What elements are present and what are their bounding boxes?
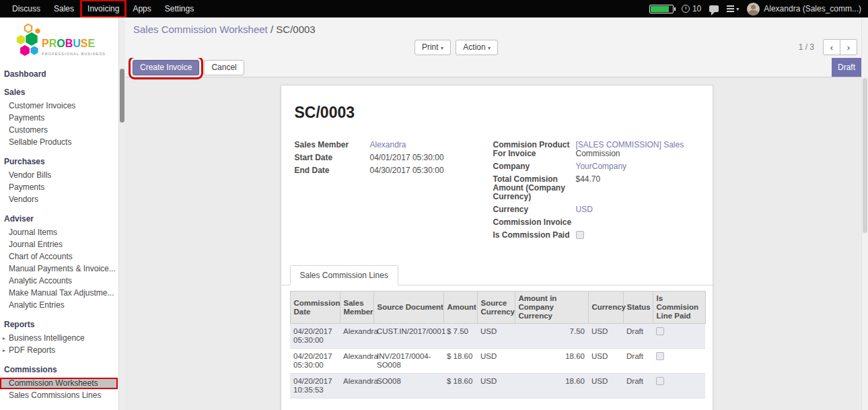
breadcrumb-parent[interactable]: Sales Commission Worksheet xyxy=(133,24,268,35)
sidebar-item-sales-commissions-lines[interactable]: Sales Commissions Lines xyxy=(0,390,118,401)
form-sheet: SC/0003 Sales Member Alexandra Start Dat… xyxy=(281,85,713,410)
sidebar-section-purchases: Purchases xyxy=(0,157,118,166)
header-status[interactable]: Status xyxy=(623,292,653,324)
timer-indicator[interactable]: 10 xyxy=(682,4,701,13)
print-button[interactable]: Print ▾ xyxy=(414,40,451,55)
menu-invoicing[interactable]: Invoicing xyxy=(81,0,126,18)
currency-link[interactable]: USD xyxy=(576,205,690,214)
sidebar-item-journal-items[interactable]: Journal Items xyxy=(0,227,118,238)
sidebar-item-customers[interactable]: Customers xyxy=(0,125,118,136)
action-button[interactable]: Action ▾ xyxy=(456,40,498,55)
sidebar-item-vendor-bills[interactable]: Vendor Bills xyxy=(0,170,118,181)
table-row[interactable]: 04/20/2017 05:30:00 Alexandra CUST.IN/20… xyxy=(290,324,705,349)
header-amount-company[interactable]: Amount in Company Currency xyxy=(515,292,588,324)
main-scrollbar-thumb[interactable] xyxy=(863,78,867,233)
menu-sales[interactable]: Sales xyxy=(47,0,81,18)
main-scrollbar[interactable] xyxy=(861,18,868,410)
sidebar-item-sellable-products[interactable]: Sellable Products xyxy=(0,137,118,148)
cell-status: Draft xyxy=(623,374,653,399)
cell-member: Alexandra xyxy=(340,374,373,399)
chat-icon[interactable] xyxy=(709,5,719,12)
field-label-company: Company xyxy=(493,162,576,171)
header-source-currency[interactable]: Source Currency xyxy=(477,292,515,324)
cell-doc: SO008 xyxy=(373,374,443,399)
cell-amount: $ 18.60 xyxy=(443,349,477,374)
is-commission-paid-checkbox[interactable] xyxy=(576,231,584,239)
sidebar-item-payments-sales[interactable]: Payments xyxy=(0,112,118,124)
sidebar-item-customer-invoices[interactable]: Customer Invoices xyxy=(0,100,118,112)
sidebar-item-commission-worksheets[interactable]: Commission Worksheets xyxy=(0,378,118,389)
header-source-document[interactable]: Source Document xyxy=(373,292,443,324)
field-label-is-commission-paid: Is Commission Paid xyxy=(493,230,576,240)
header-commission-date[interactable]: Commission Date xyxy=(290,292,340,324)
pager-next-button[interactable]: › xyxy=(840,39,857,55)
line-paid-checkbox[interactable] xyxy=(656,377,664,385)
cell-amount: $ 7.50 xyxy=(443,324,477,349)
line-paid-checkbox[interactable] xyxy=(656,352,664,360)
cell-date: 04/20/2017 10:35:53 xyxy=(290,374,340,399)
cell-status: Draft xyxy=(623,324,653,349)
sidebar-item-dashboard[interactable]: Dashboard xyxy=(0,69,118,79)
status-badge[interactable]: Draft xyxy=(832,58,861,77)
sidebar-item-analytic-accounts[interactable]: Analytic Accounts xyxy=(0,275,118,287)
sidebar-item-payments-purchases[interactable]: Payments xyxy=(0,182,118,193)
commission-product-link[interactable]: [SALES COMMISSION] Sales xyxy=(576,140,684,149)
sidebar-item-journal-entries[interactable]: Journal Entries xyxy=(0,239,118,250)
header-sales-member[interactable]: Sales Member xyxy=(340,292,373,324)
sidebar-item-manual-payments[interactable]: Manual Payments & Invoice... xyxy=(0,263,118,275)
tab-sales-commission-lines[interactable]: Sales Commission Lines xyxy=(290,265,398,285)
cell-source-currency: USD xyxy=(477,324,515,349)
field-label-commission-invoice: Commission Invoice xyxy=(493,217,576,227)
systray-menu[interactable]: ▾ xyxy=(727,5,739,12)
field-label-sales-member: Sales Member xyxy=(295,140,370,149)
user-menu[interactable]: Alexandra (Sales_comm...) xyxy=(747,3,861,15)
table-row[interactable]: 04/20/2017 05:30:00 Alexandra INV/2017/0… xyxy=(290,349,705,374)
cell-amount: $ 18.60 xyxy=(443,374,477,399)
menu-settings[interactable]: Settings xyxy=(158,0,201,18)
field-label-total-commission: Total Commision Amount (Company Currency… xyxy=(493,174,576,201)
sidebar-section-reports: Reports xyxy=(0,320,118,329)
chevron-right-icon: ▸ xyxy=(3,333,9,344)
sidebar-item-pdf-reports[interactable]: ▸PDF Reports xyxy=(0,345,118,356)
sidebar-item-label: Business Intelligence xyxy=(9,333,85,343)
create-invoice-button[interactable]: Create Invoice xyxy=(133,60,199,75)
table-row[interactable]: 04/20/2017 10:35:53 Alexandra SO008 $ 18… xyxy=(290,374,705,399)
header-currency[interactable]: Currency xyxy=(588,292,623,324)
top-menubar: Discuss Sales Invoicing Apps Settings 10… xyxy=(0,0,868,18)
sidebar-item-manual-tax-adjustment[interactable]: Make Manual Tax Adjustme... xyxy=(0,287,118,299)
cell-currency: USD xyxy=(588,349,623,374)
sidebar-item-label: PDF Reports xyxy=(9,345,55,355)
cancel-button[interactable]: Cancel xyxy=(204,60,244,75)
breadcrumb: Sales Commission Worksheet / SC/0003 xyxy=(133,24,868,35)
pager-previous-button[interactable]: ‹ xyxy=(823,39,840,55)
sidebar-section-commissions: Commissions xyxy=(0,365,118,374)
header-amount[interactable]: Amount xyxy=(443,292,477,324)
field-label-start-date: Start Date xyxy=(295,153,370,162)
line-paid-checkbox[interactable] xyxy=(656,327,664,335)
logo-subtitle: PROFESSIONAL BUSINESS xyxy=(42,52,106,56)
menu-discuss[interactable]: Discuss xyxy=(5,0,47,18)
avatar xyxy=(747,3,760,15)
pager-counter: 1 / 3 xyxy=(799,42,814,52)
header-line-paid[interactable]: Is Commision Line Paid xyxy=(653,292,705,324)
sidebar-scrollbar[interactable] xyxy=(118,18,125,410)
sidebar-item-vendors[interactable]: Vendors xyxy=(0,194,118,205)
caret-down-icon: ▾ xyxy=(441,45,443,51)
cell-source-currency: USD xyxy=(477,349,515,374)
sidebar-item-chart-of-accounts[interactable]: Chart of Accounts xyxy=(0,251,118,263)
sidebar-item-analytic-entries[interactable]: Analytic Entries xyxy=(0,300,118,311)
record-title: SC/0003 xyxy=(295,104,699,122)
sidebar-item-business-intelligence[interactable]: ▸Business Intelligence xyxy=(0,333,118,344)
commission-invoice-value xyxy=(576,217,690,226)
clock-icon xyxy=(682,5,690,13)
statusbar: Create Invoice Cancel Draft xyxy=(125,58,868,77)
sales-member-link[interactable]: Alexandra xyxy=(370,140,493,149)
notebook: Sales Commission Lines Commission Date S… xyxy=(281,265,713,410)
pager: 1 / 3 ‹ › xyxy=(799,39,857,55)
company-link[interactable]: YourCompany xyxy=(576,162,690,171)
main-panel: Sales Commission Worksheet / SC/0003 Pri… xyxy=(125,18,868,410)
menu-apps[interactable]: Apps xyxy=(126,0,157,18)
sidebar-scrollbar-thumb[interactable] xyxy=(120,69,124,123)
battery-icon xyxy=(649,5,674,13)
logo-hexagons xyxy=(16,24,40,56)
